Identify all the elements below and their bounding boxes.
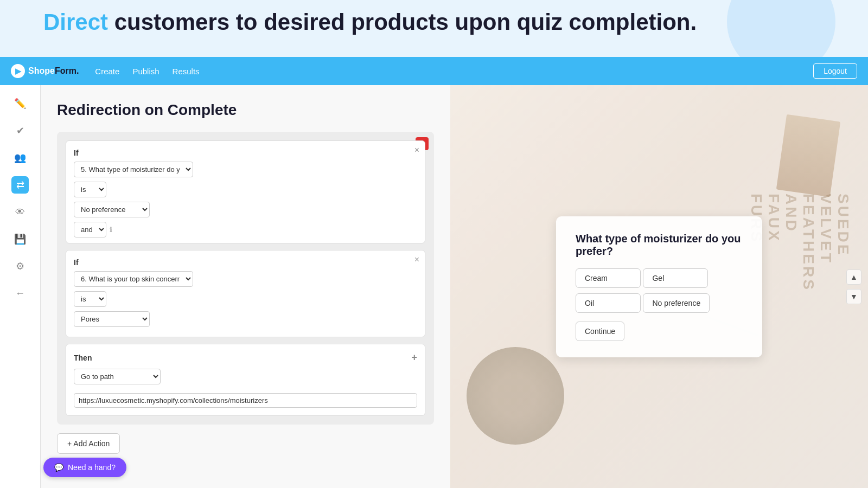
- sidebar-icon-back[interactable]: ←: [11, 285, 29, 302]
- help-icon: 💬: [54, 463, 63, 472]
- condition-1-answer-row: No preference: [74, 202, 417, 217]
- info-icon: ℹ: [110, 226, 112, 234]
- condition-2-question-select[interactable]: 6. What is your top skin concern?: [74, 271, 193, 287]
- bg-book-decoration: [776, 114, 841, 197]
- condition-1-is-row: is: [74, 182, 417, 197]
- nav-results[interactable]: Results: [173, 67, 200, 76]
- quiz-card: What type of moisturizer do you prefer? …: [556, 216, 762, 357]
- scroll-arrows: ▲ ▼: [846, 269, 861, 304]
- then-block: Then + Go to path: [66, 344, 425, 416]
- editor-panel: Redirection on Complete ✕ × If 5. What t…: [41, 85, 450, 488]
- navbar-nav: Create Publish Results: [95, 67, 199, 76]
- help-button[interactable]: 💬 Need a hand?: [43, 458, 126, 477]
- navbar: ▶ ShopeForm. Create Publish Results Logo…: [0, 57, 868, 85]
- and-select[interactable]: and: [74, 222, 106, 237]
- then-action-select[interactable]: Go to path: [74, 369, 161, 384]
- hero-highlight: Direct: [43, 9, 108, 35]
- condition-2-question-row: 6. What is your top skin concern?: [74, 271, 417, 287]
- condition-2-is-row: is: [74, 291, 417, 307]
- quiz-option-no-preference[interactable]: No preference: [643, 293, 710, 313]
- rule-card: ✕ × If 5. What type of moisturizer do yo…: [57, 132, 434, 425]
- then-url-input[interactable]: [74, 393, 417, 408]
- then-header: Then +: [74, 352, 417, 363]
- sidebar-icon-check[interactable]: ✔: [11, 122, 29, 139]
- quiz-options: Cream Gel Oil No preference: [576, 268, 743, 318]
- sidebar: ✏️ ✔ 👥 ⇄ 👁 💾 ⚙ ←: [0, 85, 41, 488]
- main-area: Redirection on Complete ✕ × If 5. What t…: [41, 85, 868, 488]
- condition-2-answer-row: Pores: [74, 311, 417, 327]
- condition-2-close-button[interactable]: ×: [414, 255, 419, 265]
- if-label-1: If: [74, 149, 417, 157]
- help-label: Need a hand?: [68, 463, 116, 472]
- hero-title: Direct customers to desired products upo…: [43, 10, 697, 35]
- quiz-option-cream[interactable]: Cream: [576, 268, 641, 288]
- nav-create[interactable]: Create: [95, 67, 119, 76]
- then-label: Then: [74, 354, 92, 362]
- condition-1-is-select[interactable]: is: [74, 182, 106, 197]
- hero-rest: customers to desired products upon quiz …: [108, 9, 697, 35]
- condition-2-answer-select[interactable]: Pores: [74, 311, 150, 327]
- nav-publish[interactable]: Publish: [132, 67, 159, 76]
- sidebar-icon-gear[interactable]: ⚙: [11, 258, 29, 275]
- then-plus-button[interactable]: +: [411, 352, 417, 363]
- logo-text: ShopeForm.: [28, 66, 79, 76]
- add-action-label: + Add Action: [67, 439, 110, 448]
- condition-1-answer-select[interactable]: No preference: [74, 202, 150, 217]
- scroll-up-button[interactable]: ▲: [846, 269, 861, 285]
- logo-icon: ▶: [11, 64, 25, 78]
- condition-block-2: × If 6. What is your top skin concern? i…: [66, 250, 425, 337]
- sidebar-icon-pencil[interactable]: ✏️: [11, 95, 29, 112]
- logout-button[interactable]: Logout: [813, 63, 857, 79]
- add-action-button[interactable]: + Add Action: [57, 433, 120, 454]
- page-title: Redirection on Complete: [57, 101, 434, 119]
- and-row: and ℹ: [74, 222, 417, 237]
- condition-2-is-select[interactable]: is: [74, 291, 106, 307]
- condition-1-close-button[interactable]: ×: [414, 145, 419, 155]
- quiz-option-oil[interactable]: Oil: [576, 293, 641, 313]
- condition-block-1: × If 5. What type of moisturizer do you …: [66, 140, 425, 243]
- condition-1-question-select[interactable]: 5. What type of moisturizer do you prefe…: [74, 162, 193, 177]
- preview-panel: SUEDEVELVETFEATHERSANDFAUXFURS What type…: [450, 85, 868, 488]
- sidebar-icon-people[interactable]: 👥: [11, 149, 29, 166]
- if-label-2: If: [74, 258, 417, 267]
- quiz-continue-button[interactable]: Continue: [576, 322, 624, 341]
- then-action-row: Go to path: [74, 369, 417, 384]
- sidebar-icon-save[interactable]: 💾: [11, 230, 29, 248]
- bg-text-vertical: SUEDEVELVETFEATHERSANDFAUXFURS: [748, 194, 852, 292]
- navbar-logo: ▶ ShopeForm.: [11, 64, 79, 78]
- sidebar-icon-sliders[interactable]: ⇄: [11, 176, 29, 194]
- quiz-option-gel[interactable]: Gel: [643, 268, 708, 288]
- sidebar-icon-eye[interactable]: 👁: [11, 203, 29, 221]
- scroll-down-button[interactable]: ▼: [846, 289, 861, 304]
- quiz-question: What type of moisturizer do you prefer?: [576, 233, 743, 258]
- condition-1-question-row: 5. What type of moisturizer do you prefe…: [74, 162, 417, 177]
- bg-watch-decoration: [467, 347, 564, 445]
